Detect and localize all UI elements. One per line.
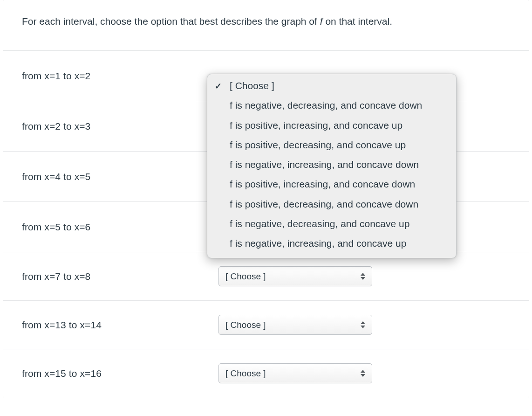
select-value: [ Choose ]	[225, 320, 266, 330]
select-option-label: f is positive, increasing, and concave u…	[230, 120, 402, 131]
select-option[interactable]: f is positive, decreasing, and concave d…	[207, 194, 456, 214]
answer-select[interactable]: [ Choose ]	[218, 363, 372, 383]
select-caret-icon	[360, 369, 366, 378]
select-option[interactable]: ✓ [ Choose ]	[207, 79, 456, 96]
interval-row: from x=7 to x=8 [ Choose ]	[3, 252, 529, 300]
interval-label: from x=13 to x=14	[22, 319, 218, 331]
select-option[interactable]: f is positive, increasing, and concave d…	[207, 174, 456, 194]
select-option-label: f is negative, increasing, and concave u…	[230, 238, 406, 249]
select-option-label: f is positive, decreasing, and concave d…	[230, 199, 418, 209]
select-value: [ Choose ]	[225, 368, 266, 379]
select-caret-icon	[360, 272, 366, 281]
select-option-label: [ Choose ]	[230, 80, 274, 91]
question-instructions: For each interval, choose the option tha…	[3, 0, 529, 50]
answer-select-dropdown[interactable]: ✓ [ Choose ] f is negative, decreasing, …	[207, 74, 457, 258]
select-option[interactable]: f is positive, increasing, and concave u…	[207, 116, 456, 135]
select-option-label: f is negative, increasing, and concave d…	[230, 159, 419, 170]
question-panel: For each interval, choose the option tha…	[3, 0, 529, 397]
select-option[interactable]: f is negative, decreasing, and concave u…	[207, 214, 456, 234]
select-option[interactable]: f is negative, decreasing, and concave d…	[207, 96, 456, 115]
interval-label: from x=1 to x=2	[22, 70, 218, 82]
select-value: [ Choose ]	[225, 271, 266, 282]
interval-label: from x=15 to x=16	[22, 368, 218, 379]
interval-label: from x=7 to x=8	[22, 271, 218, 282]
answer-select[interactable]: [ Choose ]	[218, 315, 372, 335]
interval-row: from x=13 to x=14 [ Choose ]	[3, 300, 529, 349]
answer-select[interactable]: [ Choose ]	[218, 266, 372, 286]
interval-control: [ Choose ]	[218, 315, 519, 335]
interval-label: from x=4 to x=5	[22, 171, 218, 182]
interval-label: from x=5 to x=6	[22, 222, 218, 233]
select-option-label: f is positive, increasing, and concave d…	[230, 179, 415, 189]
interval-label: from x=2 to x=3	[22, 121, 218, 132]
instructions-prefix: For each interval, choose the option tha…	[22, 16, 320, 27]
interval-control: [ Choose ]	[218, 363, 519, 383]
instructions-suffix: on that interval.	[323, 16, 392, 27]
interval-control: [ Choose ]	[218, 266, 519, 286]
select-option[interactable]: f is positive, decreasing, and concave u…	[207, 135, 456, 155]
select-option[interactable]: f is negative, increasing, and concave d…	[207, 155, 456, 174]
interval-row: from x=15 to x=16 [ Choose ]	[3, 349, 529, 397]
select-option-label: f is negative, decreasing, and concave u…	[230, 218, 409, 229]
select-option-label: f is positive, decreasing, and concave u…	[230, 139, 406, 150]
select-caret-icon	[360, 321, 366, 329]
check-icon: ✓	[215, 81, 222, 92]
select-option-label: f is negative, decreasing, and concave d…	[230, 100, 422, 111]
select-option[interactable]: f is negative, increasing, and concave u…	[207, 234, 456, 253]
